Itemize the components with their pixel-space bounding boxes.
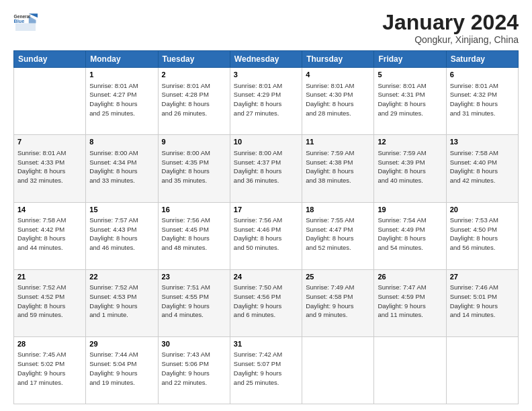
day-info: Sunrise: 7:43 AMSunset: 5:06 PMDaylight:… <box>162 350 226 387</box>
day-number: 31 <box>234 339 298 349</box>
week-row-1: 1Sunrise: 8:01 AMSunset: 4:27 PMDaylight… <box>14 68 519 135</box>
header-wednesday: Wednesday <box>230 51 302 68</box>
day-number: 21 <box>17 272 82 282</box>
day-info: Sunrise: 8:01 AMSunset: 4:28 PMDaylight:… <box>162 81 226 118</box>
day-number: 17 <box>234 205 298 215</box>
day-number: 25 <box>306 272 370 282</box>
day-cell: 5Sunrise: 8:01 AMSunset: 4:31 PMDaylight… <box>374 68 446 135</box>
day-number: 19 <box>378 205 442 215</box>
day-cell: 12Sunrise: 7:59 AMSunset: 4:39 PMDayligh… <box>374 135 446 202</box>
svg-text:Blue: Blue <box>14 18 25 24</box>
day-info: Sunrise: 8:01 AMSunset: 4:29 PMDaylight:… <box>234 81 298 118</box>
day-cell <box>446 336 518 404</box>
day-number: 23 <box>162 272 226 282</box>
weekday-header-row: Sunday Monday Tuesday Wednesday Thursday… <box>14 51 519 68</box>
day-info: Sunrise: 8:01 AMSunset: 4:30 PMDaylight:… <box>306 81 370 118</box>
week-row-3: 14Sunrise: 7:58 AMSunset: 4:42 PMDayligh… <box>14 202 519 269</box>
day-info: Sunrise: 7:44 AMSunset: 5:04 PMDaylight:… <box>89 350 154 387</box>
header-saturday: Saturday <box>446 51 518 68</box>
header: General Blue January 2024 Qongkur, Xinji… <box>13 11 519 45</box>
day-cell: 4Sunrise: 8:01 AMSunset: 4:30 PMDaylight… <box>302 68 374 135</box>
day-cell: 6Sunrise: 8:01 AMSunset: 4:32 PMDaylight… <box>446 68 518 135</box>
day-cell: 13Sunrise: 7:58 AMSunset: 4:40 PMDayligh… <box>446 135 518 202</box>
day-info: Sunrise: 7:45 AMSunset: 5:02 PMDaylight:… <box>17 350 82 387</box>
day-cell: 27Sunrise: 7:46 AMSunset: 5:01 PMDayligh… <box>446 269 518 336</box>
day-cell: 1Sunrise: 8:01 AMSunset: 4:27 PMDaylight… <box>86 68 158 135</box>
day-number: 12 <box>378 137 442 147</box>
day-number: 10 <box>234 137 298 147</box>
day-number: 14 <box>17 205 82 215</box>
day-info: Sunrise: 7:55 AMSunset: 4:47 PMDaylight:… <box>306 216 370 253</box>
day-cell: 28Sunrise: 7:45 AMSunset: 5:02 PMDayligh… <box>14 336 86 404</box>
day-cell <box>302 336 374 404</box>
calendar-table: Sunday Monday Tuesday Wednesday Thursday… <box>13 50 519 404</box>
day-cell <box>374 336 446 404</box>
day-number: 4 <box>306 70 370 80</box>
day-number: 15 <box>89 205 154 215</box>
day-info: Sunrise: 8:01 AMSunset: 4:33 PMDaylight:… <box>17 148 82 185</box>
day-number: 28 <box>17 339 82 349</box>
day-cell: 30Sunrise: 7:43 AMSunset: 5:06 PMDayligh… <box>158 336 230 404</box>
day-cell: 23Sunrise: 7:51 AMSunset: 4:55 PMDayligh… <box>158 269 230 336</box>
day-info: Sunrise: 7:50 AMSunset: 4:56 PMDaylight:… <box>234 283 298 320</box>
day-cell: 20Sunrise: 7:53 AMSunset: 4:50 PMDayligh… <box>446 202 518 269</box>
day-number: 29 <box>89 339 154 349</box>
day-number: 16 <box>162 205 226 215</box>
day-cell: 10Sunrise: 8:00 AMSunset: 4:37 PMDayligh… <box>230 135 302 202</box>
day-cell: 17Sunrise: 7:56 AMSunset: 4:46 PMDayligh… <box>230 202 302 269</box>
day-cell: 16Sunrise: 7:56 AMSunset: 4:45 PMDayligh… <box>158 202 230 269</box>
logo-svg: General Blue <box>13 11 38 35</box>
header-monday: Monday <box>86 51 158 68</box>
day-number: 6 <box>450 70 515 80</box>
title-block: January 2024 Qongkur, Xinjiang, China <box>382 11 519 45</box>
header-thursday: Thursday <box>302 51 374 68</box>
day-info: Sunrise: 8:01 AMSunset: 4:31 PMDaylight:… <box>378 81 442 118</box>
day-number: 24 <box>234 272 298 282</box>
day-number: 20 <box>450 205 515 215</box>
day-cell: 3Sunrise: 8:01 AMSunset: 4:29 PMDaylight… <box>230 68 302 135</box>
day-number: 3 <box>234 70 298 80</box>
day-info: Sunrise: 8:00 AMSunset: 4:37 PMDaylight:… <box>234 148 298 185</box>
day-number: 26 <box>378 272 442 282</box>
day-cell: 22Sunrise: 7:52 AMSunset: 4:53 PMDayligh… <box>86 269 158 336</box>
day-cell: 31Sunrise: 7:42 AMSunset: 5:07 PMDayligh… <box>230 336 302 404</box>
day-number: 1 <box>89 70 154 80</box>
day-cell: 25Sunrise: 7:49 AMSunset: 4:58 PMDayligh… <box>302 269 374 336</box>
day-cell: 29Sunrise: 7:44 AMSunset: 5:04 PMDayligh… <box>86 336 158 404</box>
day-info: Sunrise: 7:56 AMSunset: 4:46 PMDaylight:… <box>234 216 298 253</box>
day-number: 7 <box>17 137 82 147</box>
day-cell: 15Sunrise: 7:57 AMSunset: 4:43 PMDayligh… <box>86 202 158 269</box>
day-info: Sunrise: 7:42 AMSunset: 5:07 PMDaylight:… <box>234 350 298 387</box>
header-sunday: Sunday <box>14 51 86 68</box>
day-cell <box>14 68 86 135</box>
day-info: Sunrise: 7:51 AMSunset: 4:55 PMDaylight:… <box>162 283 226 320</box>
day-cell: 8Sunrise: 8:00 AMSunset: 4:34 PMDaylight… <box>86 135 158 202</box>
day-number: 8 <box>89 137 154 147</box>
day-info: Sunrise: 7:59 AMSunset: 4:39 PMDaylight:… <box>378 148 442 185</box>
day-info: Sunrise: 7:47 AMSunset: 4:59 PMDaylight:… <box>378 283 442 320</box>
location: Qongkur, Xinjiang, China <box>382 34 519 45</box>
day-info: Sunrise: 8:01 AMSunset: 4:32 PMDaylight:… <box>450 81 515 118</box>
logo: General Blue <box>13 11 38 35</box>
day-info: Sunrise: 8:00 AMSunset: 4:34 PMDaylight:… <box>89 148 154 185</box>
day-info: Sunrise: 7:56 AMSunset: 4:45 PMDaylight:… <box>162 216 226 253</box>
day-number: 30 <box>162 339 226 349</box>
day-number: 2 <box>162 70 226 80</box>
week-row-4: 21Sunrise: 7:52 AMSunset: 4:52 PMDayligh… <box>14 269 519 336</box>
calendar-page: General Blue January 2024 Qongkur, Xinji… <box>0 0 532 411</box>
month-title: January 2024 <box>382 11 519 34</box>
day-cell: 21Sunrise: 7:52 AMSunset: 4:52 PMDayligh… <box>14 269 86 336</box>
day-info: Sunrise: 8:01 AMSunset: 4:27 PMDaylight:… <box>89 81 154 118</box>
header-friday: Friday <box>374 51 446 68</box>
day-number: 27 <box>450 272 515 282</box>
day-cell: 11Sunrise: 7:59 AMSunset: 4:38 PMDayligh… <box>302 135 374 202</box>
day-info: Sunrise: 7:52 AMSunset: 4:53 PMDaylight:… <box>89 283 154 320</box>
day-cell: 18Sunrise: 7:55 AMSunset: 4:47 PMDayligh… <box>302 202 374 269</box>
week-row-2: 7Sunrise: 8:01 AMSunset: 4:33 PMDaylight… <box>14 135 519 202</box>
day-info: Sunrise: 7:59 AMSunset: 4:38 PMDaylight:… <box>306 148 370 185</box>
day-cell: 2Sunrise: 8:01 AMSunset: 4:28 PMDaylight… <box>158 68 230 135</box>
day-cell: 26Sunrise: 7:47 AMSunset: 4:59 PMDayligh… <box>374 269 446 336</box>
day-info: Sunrise: 7:52 AMSunset: 4:52 PMDaylight:… <box>17 283 82 320</box>
day-info: Sunrise: 7:49 AMSunset: 4:58 PMDaylight:… <box>306 283 370 320</box>
day-number: 11 <box>306 137 370 147</box>
